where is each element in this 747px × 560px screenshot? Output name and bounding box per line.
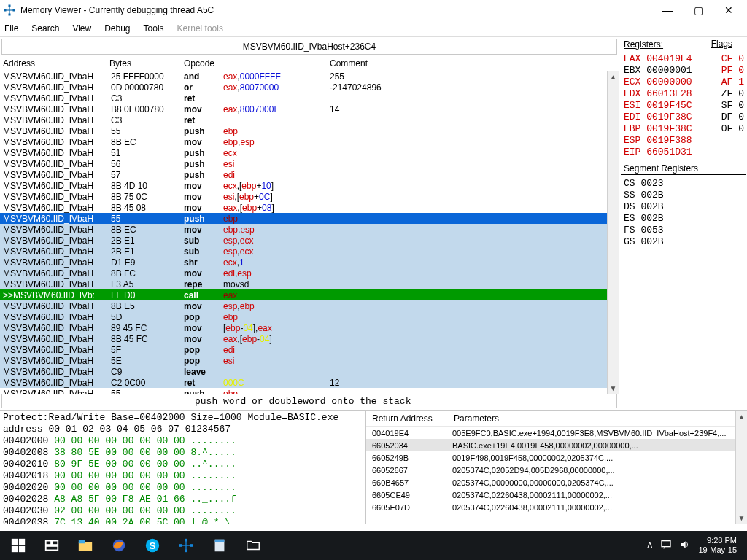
system-tray[interactable]: ᐱ 9:28 PM 19-May-15 — [647, 536, 746, 555]
segment-register-cs[interactable]: CS 0023 — [624, 178, 743, 190]
disasm-row[interactable]: MSVBVM60.IID_IVbaH55pushebp — [0, 213, 619, 224]
menu-file[interactable]: File — [4, 23, 18, 34]
stack-col-params[interactable]: Parameters — [454, 413, 499, 424]
col-bytes[interactable]: Bytes — [109, 58, 184, 69]
disasm-row[interactable]: MSVBVM60.IID_IVbaH8B 45 FCmoveax,[ebp-04… — [0, 333, 619, 344]
address-path[interactable]: MSVBVM60.IID_IVbaHost+236C4 — [1, 39, 617, 55]
flag-cf[interactable]: CF 0 — [721, 53, 744, 65]
register-eip[interactable]: EIP 66051D31 — [624, 147, 743, 158]
disasm-row[interactable]: MSVBVM60.IID_IVbaH5Epopesi — [0, 355, 619, 366]
volume-icon[interactable] — [679, 539, 691, 553]
hex-row[interactable]: 00402028 A8 A8 5F 00 F8 AE 01 66 .._....… — [3, 494, 363, 505]
stack-row[interactable]: 6605CE490205374C,02260438,00002111,00000… — [366, 489, 747, 501]
tray-up-icon[interactable]: ᐱ — [647, 541, 653, 551]
file-explorer-icon[interactable] — [69, 531, 102, 560]
scroll-up-icon[interactable]: ▲ — [736, 411, 747, 422]
disasm-row[interactable]: MSVBVM60.IID_IVbaH8B ECmovebp,esp — [0, 224, 619, 235]
disasm-row[interactable]: MSVBVM60.IID_IVbaH55pushebp — [0, 388, 619, 394]
menu-tools[interactable]: Tools — [144, 23, 164, 34]
stack-row[interactable]: 66052034BASIC.exe+19E4,0019F458,00000002… — [366, 439, 747, 451]
start-button[interactable] — [1, 531, 35, 560]
titlebar[interactable]: Memory Viewer - Currently debugging thre… — [0, 0, 747, 20]
hex-row[interactable]: 00402038 7C 13 40 00 2A 00 5C 00 |.@.*.\… — [3, 517, 363, 524]
stack-col-return[interactable]: Return Address — [372, 413, 445, 424]
col-address[interactable]: Address — [3, 58, 109, 69]
disasm-row[interactable]: MSVBVM60.IID_IVbaH55pushebp — [0, 125, 619, 136]
stack-row[interactable]: 6605E07D0205374C,02260438,00002111,00000… — [366, 501, 747, 513]
stack-row[interactable]: 660526670205374C,02052D94,005D2968,00000… — [366, 464, 747, 476]
disasm-row[interactable]: MSVBVM60.IID_IVbaHD1 E9shrecx,1 — [0, 257, 619, 268]
stack-row[interactable]: 004019E4005E9FC0,BASIC.exe+1994,0019F3E8… — [366, 427, 747, 439]
col-opcode[interactable]: Opcode — [184, 58, 330, 69]
disasm-row[interactable]: MSVBVM60.IID_IVbaH8B 4D 10movecx,[ebp+10… — [0, 180, 619, 191]
disasm-row[interactable]: MSVBVM60.IID_IVbaHC3ret — [0, 114, 619, 125]
disasm-row[interactable]: MSVBVM60.IID_IVbaH8B FCmovedi,esp — [0, 268, 619, 279]
task-view-icon[interactable] — [35, 531, 69, 560]
menu-search[interactable]: Search — [31, 23, 59, 34]
stack-scrollbar[interactable]: ▲ ▼ — [735, 411, 747, 524]
disasm-row[interactable]: MSVBVM60.IID_IVbaH51pushecx — [0, 147, 619, 158]
hex-row[interactable]: 00402020 00 00 00 00 00 00 00 00 .......… — [3, 482, 363, 494]
col-comment[interactable]: Comment — [330, 58, 549, 69]
disasm-row[interactable]: MSVBVM60.IID_IVbaH8B 75 0Cmovesi,[ebp+0C… — [0, 191, 619, 202]
hex-dump-panel[interactable]: Protect:Read/Write Base=00402000 Size=10… — [0, 411, 366, 524]
disasm-row[interactable]: MSVBVM60.IID_IVbaH2B E1subesp,ecx — [0, 235, 619, 246]
disasm-row[interactable]: MSVBVM60.IID_IVbaHB8 0E000780moveax,8007… — [0, 104, 619, 114]
disasm-row[interactable]: MSVBVM60.IID_IVbaH89 45 FCmov[ebp-04],ea… — [0, 322, 619, 333]
menu-kernel-tools[interactable]: Kernel tools — [177, 23, 223, 34]
disasm-row[interactable]: MSVBVM60.IID_IVbaH57pushedi — [0, 169, 619, 180]
action-center-icon[interactable] — [660, 539, 672, 553]
taskbar[interactable]: S ᐱ 9:28 PM 19-May-15 — [0, 531, 747, 560]
segment-register-gs[interactable]: GS 002B — [624, 236, 743, 248]
disasm-row[interactable]: MSVBVM60.IID_IVbaHC2 0C00ret000C12 — [0, 377, 619, 388]
menu-view[interactable]: View — [72, 23, 91, 34]
scroll-down-icon[interactable]: ▼ — [736, 512, 747, 524]
disasm-row[interactable]: MSVBVM60.IID_IVbaH2B E1subesp,ecx — [0, 246, 619, 257]
flag-sf[interactable]: SF 0 — [721, 100, 744, 112]
maximize-button[interactable]: ▢ — [683, 1, 713, 19]
minimize-button[interactable]: — — [652, 1, 683, 19]
disasm-row[interactable]: MSVBVM60.IID_IVbaHF3 A5repe movsd — [0, 279, 619, 289]
stack-row[interactable]: 6605249B0019F498,0019F458,00000002,02053… — [366, 451, 747, 464]
hex-row[interactable]: 00402010 80 9F 5E 00 00 00 00 00 ..^....… — [3, 459, 363, 470]
disasm-scrollbar[interactable]: ▲ ▼ — [607, 71, 619, 394]
disasm-row[interactable]: MSVBVM60.IID_IVbaH25 FFFF0000andeax,0000… — [0, 71, 619, 82]
cheat-engine-icon[interactable] — [169, 531, 203, 560]
firefox-icon[interactable] — [102, 531, 136, 560]
close-button[interactable]: ✕ — [713, 1, 744, 19]
segment-register-fs[interactable]: FS 0053 — [624, 225, 743, 236]
notepad-icon[interactable] — [203, 531, 236, 560]
flag-zf[interactable]: ZF 0 — [721, 88, 744, 100]
call-stack-panel[interactable]: Return Address Parameters 004019E4005E9F… — [366, 411, 747, 524]
disassembly-list[interactable]: MSVBVM60.IID_IVbaH25 FFFF0000andeax,0000… — [0, 71, 619, 394]
scroll-down-icon[interactable]: ▼ — [608, 382, 619, 394]
segment-register-ds[interactable]: DS 002B — [624, 201, 743, 213]
disasm-row[interactable]: MSVBVM60.IID_IVbaH56pushesi — [0, 158, 619, 169]
disasm-row[interactable]: >>MSVBVM60.IID_IVb:FF D0calleax — [0, 289, 619, 300]
hex-row[interactable]: 00402030 02 00 00 00 00 00 00 00 .......… — [3, 505, 363, 517]
taskbar-clock[interactable]: 9:28 PM 19-May-15 — [698, 536, 743, 555]
hex-row[interactable]: 00402008 38 80 5E 00 00 00 00 00 8.^....… — [3, 447, 363, 459]
disasm-row[interactable]: MSVBVM60.IID_IVbaH8B 45 08moveax,[ebp+08… — [0, 202, 619, 213]
hex-row[interactable]: 00402000 00 00 00 00 00 00 00 00 .......… — [3, 435, 363, 447]
menu-debug[interactable]: Debug — [104, 23, 130, 34]
scroll-up-icon[interactable]: ▲ — [608, 71, 619, 82]
disasm-row[interactable]: MSVBVM60.IID_IVbaH5Fpopedi — [0, 344, 619, 355]
disasm-row[interactable]: MSVBVM60.IID_IVbaH8B E5movesp,ebp — [0, 300, 619, 311]
skype-icon[interactable]: S — [136, 531, 169, 560]
disasm-row[interactable]: MSVBVM60.IID_IVbaH0D 00000780oreax,80070… — [0, 82, 619, 93]
folder-icon[interactable] — [236, 531, 270, 560]
stack-row[interactable]: 660B46570205374C,00000000,00000000,02053… — [366, 476, 747, 489]
hex-row[interactable]: 00402018 00 00 00 00 00 00 00 00 .......… — [3, 470, 363, 482]
disasm-row[interactable]: MSVBVM60.IID_IVbaH5Dpopebp — [0, 311, 619, 322]
register-esp[interactable]: ESP 0019F388 — [624, 135, 743, 147]
flag-of[interactable]: OF 0 — [721, 123, 744, 135]
segment-register-es[interactable]: ES 002B — [624, 213, 743, 225]
flag-af[interactable]: AF 1 — [721, 77, 744, 88]
flag-pf[interactable]: PF 0 — [721, 65, 744, 77]
segment-register-ss[interactable]: SS 002B — [624, 190, 743, 201]
disasm-row[interactable]: MSVBVM60.IID_IVbaHC3ret — [0, 93, 619, 104]
disasm-row[interactable]: MSVBVM60.IID_IVbaHC9leave — [0, 366, 619, 377]
flag-df[interactable]: DF 0 — [721, 112, 744, 123]
disasm-row[interactable]: MSVBVM60.IID_IVbaH8B ECmovebp,esp — [0, 136, 619, 147]
